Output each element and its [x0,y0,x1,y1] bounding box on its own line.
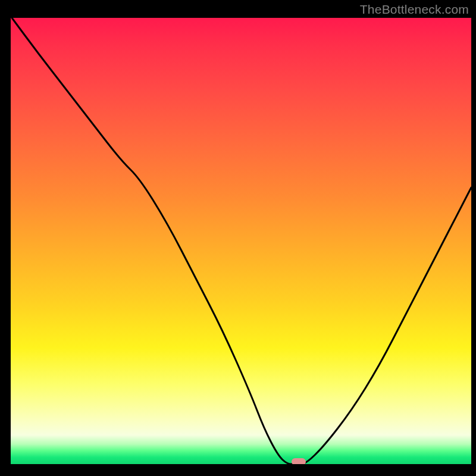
curve-svg [11,18,471,464]
bottleneck-curve-path [12,18,471,464]
watermark-text: TheBottleneck.com [360,2,469,17]
plot-area [11,18,471,464]
chart-frame: TheBottleneck.com [0,0,476,476]
optimal-point-marker [292,458,306,464]
